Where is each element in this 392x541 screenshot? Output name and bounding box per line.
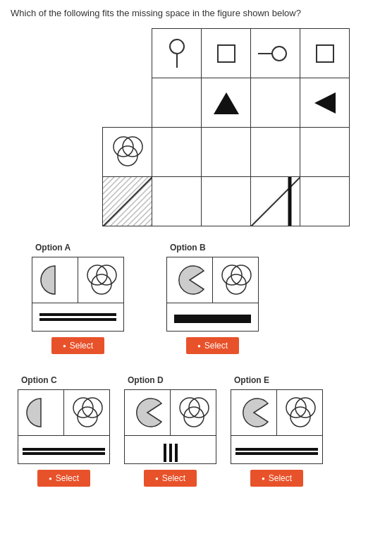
question-text: Which of the following fits the missing …: [11, 7, 381, 20]
cell-r4c3: [251, 177, 300, 226]
option-a-figure: [32, 257, 124, 332]
opt-b-cell1: [167, 257, 213, 303]
opt-a-cell3: [32, 303, 124, 332]
option-c-figure: [18, 389, 110, 464]
cell-r1c2: [202, 29, 251, 78]
options-row-1: Option A: [32, 243, 381, 354]
cell-r3c4: [300, 128, 350, 177]
option-b-label: Option B: [170, 243, 206, 253]
option-e-container: Option E: [231, 375, 323, 487]
option-e-select-label: Select: [269, 473, 292, 483]
opt-d-cell2: [171, 390, 216, 436]
option-c-container: Option C: [18, 375, 110, 487]
opt-d-cell1: [125, 390, 171, 436]
option-a-label: Option A: [35, 243, 71, 253]
svg-rect-5: [317, 45, 333, 62]
cell-r4c1: [152, 177, 202, 226]
option-d-container: Option D: [124, 375, 216, 487]
cell-r2c4: [300, 78, 350, 128]
opt-c-cell2: [64, 390, 110, 436]
option-d-select-button[interactable]: Select: [144, 470, 197, 487]
cell-r2c2: [202, 78, 251, 128]
svg-point-0: [170, 39, 184, 54]
svg-rect-2: [218, 45, 235, 62]
opt-c-cell1: [18, 390, 64, 436]
svg-line-13: [251, 177, 300, 226]
option-b-figure: [166, 257, 259, 332]
cell-r3c2: [202, 128, 251, 177]
cell-r3c3: [251, 128, 300, 177]
opt-c-cell3: [18, 436, 110, 464]
opt-e-cell1: [231, 390, 277, 436]
opt-e-cell3: [231, 436, 323, 464]
cell-r1c3: [251, 29, 300, 78]
cell-r1c1: [152, 29, 202, 78]
option-e-figure: [231, 389, 323, 464]
opt-a-cell2: [78, 257, 124, 303]
option-a-select-button[interactable]: Select: [51, 337, 104, 354]
opt-e-cell2: [277, 390, 323, 436]
option-a-container: Option A: [32, 243, 124, 354]
opt-a-cell1: [32, 257, 78, 303]
svg-point-3: [272, 47, 286, 61]
option-d-select-label: Select: [162, 473, 185, 483]
opt-b-cell3: [167, 303, 259, 332]
main-figure: [102, 28, 350, 226]
cell-r4c4: [300, 177, 350, 226]
opt-d-cell3: [125, 436, 216, 464]
option-a-select-label: Select: [70, 341, 93, 351]
option-b-container: Option B: [166, 243, 259, 354]
option-b-select-button[interactable]: Select: [186, 337, 239, 354]
cell-r3c1: [152, 128, 202, 177]
cell-r2c3: [251, 78, 300, 128]
option-b-select-label: Select: [204, 341, 228, 351]
opt-b-cell2: [213, 257, 259, 303]
cell-r2c1: [152, 78, 202, 128]
svg-marker-7: [314, 92, 336, 114]
option-e-select-button[interactable]: Select: [250, 470, 303, 487]
cell-r1c4: [300, 29, 350, 78]
option-d-label: Option D: [128, 375, 164, 385]
cell-r4c0: [103, 177, 152, 226]
option-c-label: Option C: [21, 375, 57, 385]
option-c-select-button[interactable]: Select: [37, 470, 90, 487]
cell-r3c0: [103, 128, 152, 177]
option-e-label: Option E: [234, 375, 269, 385]
options-row-2: Option C: [18, 375, 381, 487]
option-d-figure: [124, 389, 216, 464]
svg-marker-6: [214, 92, 239, 114]
option-c-select-label: Select: [56, 473, 79, 483]
cell-r4c2-missing: [202, 177, 251, 226]
